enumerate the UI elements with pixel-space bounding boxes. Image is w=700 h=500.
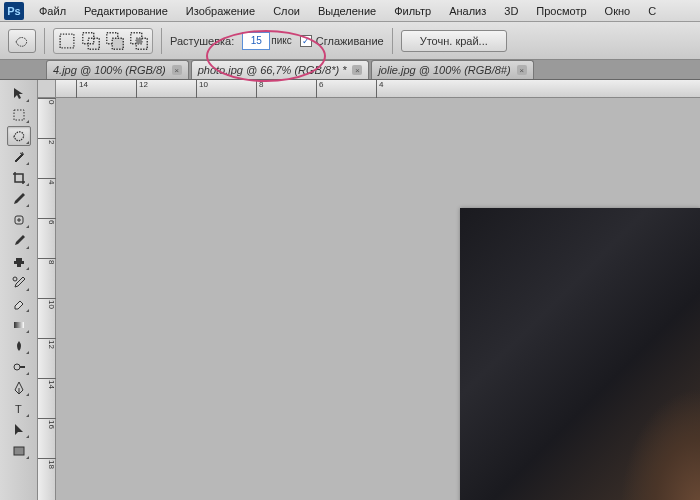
menu-edit[interactable]: Редактирование <box>75 2 177 20</box>
selection-new-icon[interactable] <box>56 31 78 51</box>
selection-intersect-icon[interactable] <box>128 31 150 51</box>
horizontal-ruler[interactable]: 14 12 10 8 6 4 <box>56 80 700 98</box>
menu-select[interactable]: Выделение <box>309 2 385 20</box>
ruler-tick: 6 <box>316 80 323 98</box>
svg-rect-11 <box>14 322 24 328</box>
ruler-tick: 12 <box>136 80 148 98</box>
crop-tool[interactable] <box>7 168 31 188</box>
tab-label: photo.jpg @ 66,7% (RGB/8*) * <box>198 64 347 76</box>
options-bar: Растушевка: пикс Сглаживание Уточн. край… <box>0 22 700 60</box>
menu-filter[interactable]: Фильтр <box>385 2 440 20</box>
selection-subtract-icon[interactable] <box>104 31 126 51</box>
ruler-tick: 4 <box>38 178 56 184</box>
magic-wand-tool[interactable] <box>7 147 31 167</box>
separator <box>44 28 45 54</box>
work-area: T 14 12 10 8 6 4 0 2 4 6 8 10 12 14 16 1… <box>0 80 700 500</box>
ruler-tick: 18 <box>38 458 56 469</box>
selection-mode-group <box>53 28 153 54</box>
vertical-ruler[interactable]: 0 2 4 6 8 10 12 14 16 18 <box>38 98 56 500</box>
move-tool[interactable] <box>7 84 31 104</box>
document-tab[interactable]: 4.jpg @ 100% (RGB/8) × <box>46 60 189 79</box>
svg-rect-14 <box>14 447 24 455</box>
menu-analysis[interactable]: Анализ <box>440 2 495 20</box>
gradient-tool[interactable] <box>7 315 31 335</box>
eyedropper-tool[interactable] <box>7 189 31 209</box>
path-selection-tool[interactable] <box>7 420 31 440</box>
dodge-tool[interactable] <box>7 357 31 377</box>
feather-unit: пикс <box>271 35 292 46</box>
ruler-tick: 4 <box>376 80 383 98</box>
pen-tool[interactable] <box>7 378 31 398</box>
menu-help[interactable]: С <box>639 2 665 20</box>
svg-rect-8 <box>14 110 24 120</box>
canvas[interactable] <box>56 98 700 500</box>
blur-tool[interactable] <box>7 336 31 356</box>
separator <box>161 28 162 54</box>
menu-file[interactable]: Файл <box>30 2 75 20</box>
eraser-tool[interactable] <box>7 294 31 314</box>
antialias-checkbox[interactable] <box>300 35 312 47</box>
document-image[interactable] <box>460 208 700 500</box>
ruler-tick: 8 <box>256 80 263 98</box>
ruler-tick: 16 <box>38 418 56 429</box>
svg-rect-0 <box>60 34 74 48</box>
history-brush-tool[interactable] <box>7 273 31 293</box>
marquee-tool[interactable] <box>7 105 31 125</box>
svg-text:T: T <box>15 403 22 415</box>
canvas-area: 14 12 10 8 6 4 0 2 4 6 8 10 12 14 16 18 <box>38 80 700 500</box>
svg-rect-7 <box>136 38 142 44</box>
feather-label: Растушевка: <box>170 35 234 47</box>
tab-label: jolie.jpg @ 100% (RGB/8#) <box>378 64 510 76</box>
menu-image[interactable]: Изображение <box>177 2 264 20</box>
ruler-tick: 14 <box>38 378 56 389</box>
ruler-tick: 6 <box>38 218 56 224</box>
separator <box>392 28 393 54</box>
ruler-tick: 12 <box>38 338 56 349</box>
tab-label: 4.jpg @ 100% (RGB/8) <box>53 64 166 76</box>
ruler-tick: 14 <box>76 80 88 98</box>
healing-brush-tool[interactable] <box>7 210 31 230</box>
svg-point-12 <box>14 364 20 370</box>
selection-add-icon[interactable] <box>80 31 102 51</box>
toolbox: T <box>0 80 38 500</box>
document-tabs: 4.jpg @ 100% (RGB/8) × photo.jpg @ 66,7%… <box>0 60 700 80</box>
rectangle-tool[interactable] <box>7 441 31 461</box>
svg-rect-4 <box>112 38 123 49</box>
document-tab[interactable]: photo.jpg @ 66,7% (RGB/8*) * × <box>191 60 370 79</box>
ruler-tick: 0 <box>38 98 56 104</box>
refine-edge-button[interactable]: Уточн. край... <box>401 30 507 52</box>
close-icon[interactable]: × <box>172 65 182 75</box>
close-icon[interactable]: × <box>517 65 527 75</box>
ruler-tick: 2 <box>38 138 56 144</box>
type-tool[interactable]: T <box>7 399 31 419</box>
menu-window[interactable]: Окно <box>596 2 640 20</box>
ruler-tick: 10 <box>38 298 56 309</box>
ruler-tick: 10 <box>196 80 208 98</box>
clone-stamp-tool[interactable] <box>7 252 31 272</box>
feather-input[interactable] <box>242 32 270 50</box>
menu-layers[interactable]: Слои <box>264 2 309 20</box>
antialias-label: Сглаживание <box>316 35 384 47</box>
menu-view[interactable]: Просмотр <box>527 2 595 20</box>
close-icon[interactable]: × <box>352 65 362 75</box>
document-tab[interactable]: jolie.jpg @ 100% (RGB/8#) × <box>371 60 533 79</box>
ruler-tick: 8 <box>38 258 56 264</box>
ruler-origin[interactable] <box>38 80 56 98</box>
app-logo: Ps <box>4 2 24 20</box>
svg-point-10 <box>13 277 17 281</box>
lasso-tool[interactable] <box>7 126 31 146</box>
menubar: Ps Файл Редактирование Изображение Слои … <box>0 0 700 22</box>
current-tool-indicator[interactable] <box>8 29 36 53</box>
brush-tool[interactable] <box>7 231 31 251</box>
menu-3d[interactable]: 3D <box>495 2 527 20</box>
